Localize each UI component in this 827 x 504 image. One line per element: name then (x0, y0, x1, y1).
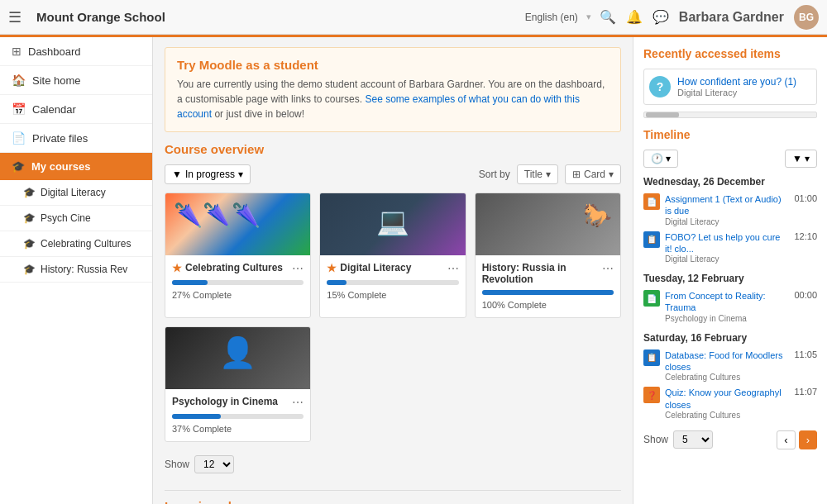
right-sidebar: Recently accessed items ? How confident … (633, 37, 827, 504)
timeline-event-quiz[interactable]: ❓ Quiz: Know your Geographyl closes Cele… (643, 384, 817, 422)
star-icon-digital[interactable]: ★ (327, 262, 337, 274)
prev-button[interactable]: ‹ (777, 430, 795, 449)
sidebar-item-dashboard[interactable]: ⊞ Dashboard (0, 37, 152, 66)
event-icon-quiz: ❓ (643, 387, 660, 403)
sidebar-item-site-home[interactable]: 🏠 Site home (0, 66, 152, 95)
sidebar-item-psych-cine[interactable]: 🎓 Psych Cine (0, 206, 152, 231)
timeline-event-trauma[interactable]: 📄 From Concept to Reality: Trauma Psycho… (643, 288, 817, 326)
left-sidebar: ⊞ Dashboard 🏠 Site home 📅 Calendar 📄 Pri… (0, 37, 153, 504)
progress-bar-digital (327, 280, 347, 285)
menu-icon[interactable]: ☰ (8, 8, 22, 26)
sidebar-item-private-files[interactable]: 📄 Private files (0, 124, 152, 153)
show-control: Show 12 24 (165, 450, 621, 478)
course-card-psych[interactable]: Psychology in Cinema ⋯ 37% Complete (165, 326, 311, 442)
timeline-section: Timeline 🕐 ▾ ▼ ▾ Wednesday, 26 December … (643, 128, 817, 449)
more-icon-history[interactable]: ⋯ (602, 262, 614, 275)
try-moodle-banner: Try Moodle as a student You are currentl… (165, 47, 621, 132)
star-icon-celebrating[interactable]: ★ (172, 262, 182, 274)
progress-container-psych (172, 414, 304, 419)
show-label: Show (165, 459, 189, 470)
sidebar-item-calendar[interactable]: 📅 Calendar (0, 95, 152, 124)
course-image-celebrating (165, 193, 310, 255)
filter-timeline-button[interactable]: ▼ ▾ (785, 150, 817, 168)
show-select[interactable]: 12 24 (194, 455, 234, 473)
event-title-quiz: Quiz: Know your Geographyl closes (665, 387, 789, 411)
course-title-celebrating: Celebrating Cultures (185, 262, 283, 273)
chat-icon[interactable]: 💬 (653, 9, 669, 25)
home-icon: 🏠 (12, 74, 26, 87)
user-name[interactable]: Barbara Gardner (679, 10, 784, 25)
sidebar-label-private-files: Private files (32, 132, 88, 145)
sidebar-label-dl: Digital Literacy (41, 187, 106, 198)
recent-item-course: Digital Literacy (677, 88, 811, 97)
dashboard-icon: ⊞ (12, 45, 22, 58)
timeline-controls: 🕐 ▾ ▼ ▾ (643, 150, 817, 168)
timeline-event-assignment[interactable]: 📄 Assignment 1 (Text or Audio) is due Di… (643, 191, 817, 229)
event-info-assignment: Assignment 1 (Text or Audio) is due Digi… (665, 193, 789, 226)
course-title-psych: Psychology in Cinema (172, 396, 278, 407)
sort-button[interactable]: Title ▾ (517, 164, 558, 184)
progress-container-history (482, 290, 614, 295)
sidebar-item-history-russia[interactable]: 🎓 History: Russia Rev (0, 257, 152, 283)
progress-text-digital: 15% Complete (327, 290, 386, 300)
event-info-database: Database: Food for Moodlers closes Celeb… (665, 349, 789, 383)
progress-bar-celebrating (172, 280, 208, 285)
sort-value: Title (524, 169, 543, 180)
progress-text-celebrating: 27% Complete (172, 290, 232, 300)
filter-button[interactable]: ▼ In progress ▾ (165, 164, 251, 184)
course-card-body-digital: ★ Digital Literacy ⋯ 15% Complete (320, 255, 465, 307)
more-icon-celebrating[interactable]: ⋯ (292, 262, 304, 275)
event-title-trauma: From Concept to Reality: Trauma (665, 290, 789, 314)
course-card-celebrating[interactable]: ★ Celebrating Cultures ⋯ 27% Complete (165, 193, 311, 318)
sidebar-item-digital-literacy[interactable]: 🎓 Digital Literacy (0, 180, 152, 206)
course-card-title-psych: Psychology in Cinema (172, 396, 292, 407)
avatar[interactable]: BG (794, 5, 819, 30)
event-course-quiz: Celebrating Cultures (665, 411, 789, 420)
recent-item-how-confident[interactable]: ? How confident are you? (1) Digital Lit… (643, 69, 817, 105)
sidebar-label-site-home: Site home (32, 74, 81, 87)
course-card-digital[interactable]: ★ Digital Literacy ⋯ 15% Complete (319, 193, 466, 318)
site-title: Mount Orange School (36, 10, 517, 24)
progress-container-digital (327, 280, 458, 285)
language-selector[interactable]: English (en) (525, 12, 578, 23)
more-icon-digital[interactable]: ⋯ (447, 262, 459, 275)
filter-row: ▼ In progress ▾ Sort by Title ▾ ⊞ Card ▾ (165, 164, 621, 184)
sort-label: Sort by (479, 169, 510, 180)
show-select-timeline[interactable]: 5 10 (673, 430, 713, 449)
timeline-event-database[interactable]: 📋 Database: Food for Moodlers closes Cel… (643, 347, 817, 385)
recent-item-info: How confident are you? (1) Digital Liter… (677, 76, 811, 97)
clock-button[interactable]: 🕐 ▾ (643, 150, 678, 168)
course-icon-hr: 🎓 (23, 264, 36, 275)
event-course-assignment: Digital Literacy (665, 217, 789, 226)
course-icon-dl: 🎓 (23, 187, 36, 198)
my-courses-section[interactable]: 🎓 My courses (0, 153, 152, 180)
filter-timeline-icon: ▼ (792, 153, 802, 164)
course-image-psych (165, 327, 310, 389)
timeline-event-fobo[interactable]: 📋 FOBO? Let us help you cure it! clo... … (643, 229, 817, 267)
filter-icon: ▼ (172, 169, 182, 180)
event-time-fobo: 12:10 (794, 231, 817, 241)
course-image-digital (320, 193, 465, 255)
view-button[interactable]: ⊞ Card ▾ (565, 164, 621, 184)
progress-text-history: 100% Complete (482, 300, 547, 310)
course-card-title-history: History: Russia in Revolution (482, 262, 602, 285)
lang-dropdown-arrow[interactable]: ▾ (586, 12, 591, 22)
course-card-header-history: History: Russia in Revolution ⋯ (482, 262, 614, 285)
progress-text-psych: 37% Complete (172, 424, 232, 434)
search-icon[interactable]: 🔍 (600, 9, 616, 25)
next-button[interactable]: › (799, 430, 817, 449)
course-grid: ★ Celebrating Cultures ⋯ 27% Complete (165, 193, 621, 442)
event-title-database: Database: Food for Moodlers closes (665, 349, 789, 373)
timeline-title: Timeline (643, 128, 817, 141)
recent-item-icon: ? (649, 76, 671, 97)
sidebar-label-cc: Celebrating Cultures (41, 238, 131, 250)
event-time-assignment: 01:00 (794, 193, 817, 203)
timeline-date-dec26: Wednesday, 26 December (643, 176, 817, 188)
more-icon-psych[interactable]: ⋯ (292, 396, 304, 409)
sidebar-label-pc: Psych Cine (41, 212, 91, 224)
notification-icon[interactable]: 🔔 (626, 9, 643, 25)
course-card-history[interactable]: History: Russia in Revolution ⋯ 100% Com… (475, 193, 621, 318)
course-icon-cc: 🎓 (23, 238, 36, 250)
course-icon-pc: 🎓 (23, 212, 36, 224)
sidebar-item-celebrating-cultures[interactable]: 🎓 Celebrating Cultures (0, 231, 152, 257)
